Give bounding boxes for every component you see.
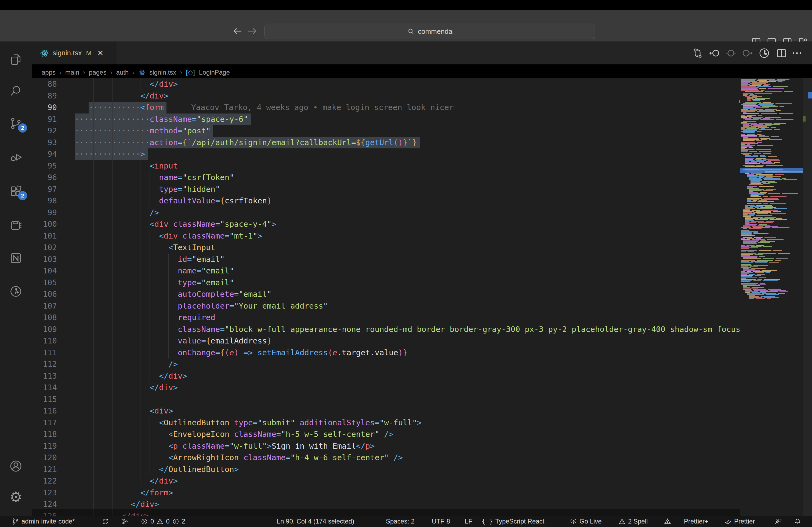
code-line[interactable]: 96 name="csrfToken" [32,172,740,183]
compare-refs-button[interactable] [121,516,129,527]
line-number[interactable]: 120 [32,452,57,464]
line-number[interactable]: 104 [32,265,57,277]
line-number[interactable]: 93 [32,137,57,149]
sidebar-item-search[interactable] [0,78,32,104]
line-number[interactable]: 103 [32,254,57,266]
nav-forward-button[interactable] [247,26,258,36]
line-number[interactable]: 90 [32,102,57,114]
code-line[interactable]: 109 className="block w-full appearance-n… [32,323,740,335]
problems-status[interactable]: 0 0 2 [141,516,185,527]
sidebar-item-source-control[interactable]: 2 [0,110,32,136]
split-editor-button[interactable] [775,47,787,59]
git-branch-status[interactable]: admin-invite-code* [12,516,75,527]
code-line[interactable]: 117 <OutlinedButton type="submit" additi… [32,417,740,429]
code-line[interactable]: 123 </form> [32,487,740,499]
tab-signin-tsx[interactable]: signin.tsx M ✕ [32,42,117,64]
code-line[interactable]: 110 value={emailAddress} [32,335,740,347]
code-line[interactable]: 112 /> [32,359,740,370]
command-center-search[interactable]: commenda [264,24,595,39]
feedback-button[interactable] [774,516,782,527]
sidebar-item-gitlens[interactable] [0,278,32,304]
code-line[interactable]: 116 <div> [32,405,740,417]
sidebar-item-run-debug[interactable] [0,144,32,170]
code-line[interactable]: ················91 className="space-y-6" [32,114,740,125]
code-line[interactable]: 103 id="email" [32,254,740,266]
code-line[interactable]: 124 </div> [32,499,740,510]
overview-ruler[interactable] [803,78,812,516]
code-line[interactable]: 95 <input [32,160,740,172]
sidebar-item-extensions[interactable]: 2 [0,178,32,204]
code-line[interactable]: 88 </div> [32,78,740,90]
minimap[interactable] [740,78,803,516]
code-line[interactable]: 107 placeholder="Your email address" [32,300,740,312]
line-number[interactable]: 97 [32,183,57,195]
line-number[interactable]: 102 [32,242,57,254]
code-line[interactable]: 114 </div> [32,382,740,394]
line-number[interactable]: 101 [32,230,57,242]
code-line[interactable]: 122 </div> [32,475,740,487]
code-line[interactable]: ···········90 <formYaacov Tarko, 4 weeks… [32,102,740,114]
indentation-status[interactable]: Spaces: 2 [386,516,415,527]
code-line[interactable]: 101 <div className="mt-1"> [32,230,740,242]
previous-change-button[interactable] [708,47,720,59]
sidebar-item-notion[interactable] [0,245,32,271]
code-line[interactable]: 105 type="email" [32,277,740,289]
line-number[interactable]: 113 [32,370,57,382]
extension-prism-button[interactable] [664,516,671,527]
eol-status[interactable]: LF [465,516,472,527]
code-line[interactable]: 104 name="email" [32,265,740,277]
line-number[interactable]: 109 [32,323,57,335]
code-line[interactable]: 102 <TextInput [32,242,740,254]
code-line[interactable]: 120 <ArrowRightIcon className="h-4 w-6 s… [32,452,740,464]
code-line[interactable]: ··············94 > [32,148,740,160]
line-number[interactable]: 91 [32,114,57,125]
line-number[interactable]: 95 [32,160,57,172]
language-mode-status[interactable]: { } TypeScript React [482,516,544,527]
tab-close-icon[interactable]: ✕ [97,49,103,57]
cursor-position-status[interactable]: Ln 90, Col 4 (174 selected) [277,516,354,527]
line-number[interactable]: 124 [32,499,57,510]
code-line[interactable]: 108 required [32,312,740,323]
line-number[interactable]: 94 [32,148,57,160]
sync-button[interactable] [102,516,109,527]
code-editor[interactable]: 88 </div>89 </div>···········90 <formYaa… [32,78,740,516]
spell-checker-status[interactable]: 2 Spell [619,516,648,527]
line-number[interactable]: 122 [32,475,57,487]
line-number[interactable]: 98 [32,195,57,207]
line-number[interactable]: 106 [32,288,57,300]
line-number[interactable]: 107 [32,300,57,312]
code-line[interactable]: ················92 method="post" [32,125,740,137]
next-change-disabled-button[interactable] [742,47,753,59]
breadcrumb-item-pages[interactable]: pages [89,69,106,76]
line-number[interactable]: 118 [32,428,57,440]
code-line[interactable]: 113 </div> [32,370,740,382]
account-button[interactable] [0,453,32,479]
horizontal-scrollbar[interactable] [32,509,741,516]
code-line[interactable]: 89 </div> [32,90,740,102]
prettier-plus-status[interactable]: Prettier+ [684,516,708,527]
line-number[interactable]: 88 [32,78,57,90]
settings-button[interactable]: ⚙ [0,484,32,510]
code-line[interactable]: 115 [32,394,740,405]
more-actions-button[interactable] [791,47,803,59]
line-number[interactable]: 117 [32,417,57,429]
go-live-button[interactable]: Go Live [570,516,602,527]
previous-change-disabled-button[interactable] [725,47,737,59]
code-line[interactable]: 99 /> [32,207,740,219]
line-number[interactable]: 112 [32,359,57,370]
breadcrumb-item-auth[interactable]: auth [116,69,129,76]
encoding-status[interactable]: UTF-8 [432,516,450,527]
line-number[interactable]: 116 [32,405,57,417]
code-line[interactable]: 111 onChange={(e) => setEmailAddress(e.t… [32,347,740,359]
sidebar-item-explorer[interactable] [0,47,32,73]
line-number[interactable]: 115 [32,394,57,405]
sidebar-item-container-tool[interactable] [0,212,32,238]
line-number[interactable]: 110 [32,335,57,347]
notifications-button[interactable] [794,516,801,527]
line-number[interactable]: 99 [32,207,57,219]
code-line[interactable]: 121 </OutlinedButton> [32,464,740,476]
line-number[interactable]: 114 [32,382,57,394]
line-number[interactable]: 96 [32,172,57,183]
nav-back-button[interactable] [232,26,243,36]
code-line[interactable]: 97 type="hidden" [32,183,740,195]
